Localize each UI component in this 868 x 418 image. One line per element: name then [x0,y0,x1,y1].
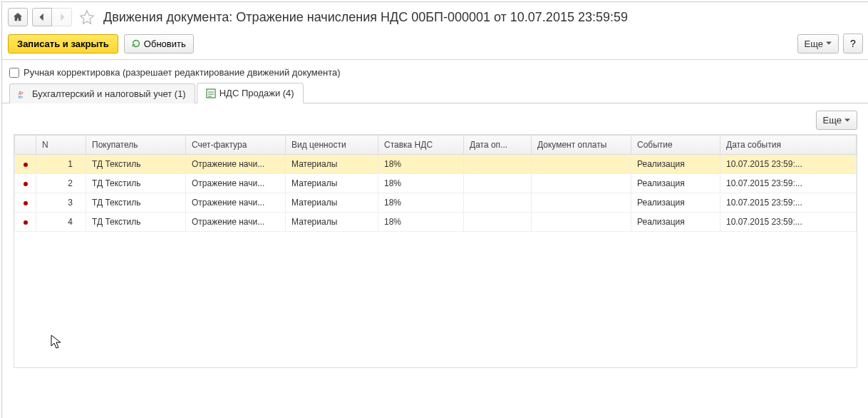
vat-sales-table[interactable]: N Покупатель Счет-фактура Вид ценности С… [14,135,857,232]
tab-vat-sales-label: НДС Продажи (4) [219,88,294,98]
table-row[interactable]: 1 ТД Текстиль Отражение начи... Материал… [15,155,857,174]
vat-icon [206,88,216,98]
tab-accounting-label: Бухгалтерский и налоговый учет (1) [32,88,186,99]
cell-n: 3 [36,193,86,213]
cell-value-type: Материалы [286,174,378,193]
refresh-icon [132,39,140,48]
row-marker-icon [24,163,28,167]
cell-invoice: Отражение начи... [186,213,286,232]
cell-invoice: Отражение начи... [186,155,286,174]
cell-value-type: Материалы [286,193,378,213]
cell-pay-doc [532,174,631,193]
cell-pay-date [464,213,532,232]
manual-edit-label: Ручная корректировка (разрешает редактир… [24,67,341,78]
table-row[interactable]: 4 ТД Текстиль Отражение начи... Материал… [15,213,857,232]
manual-edit-checkbox[interactable] [9,68,19,78]
cell-event: Реализация [631,193,720,213]
col-n[interactable]: N [36,136,86,155]
cell-buyer: ТД Текстиль [86,193,186,213]
more-label: Еще [823,115,842,126]
cell-vat-rate: 18% [378,174,464,193]
cell-event: Реализация [631,174,720,193]
cell-pay-doc [532,155,631,174]
cell-value-type: Материалы [286,155,378,174]
cell-pay-doc [532,193,631,213]
row-marker-icon [24,220,28,225]
table-row[interactable]: 2 ТД Текстиль Отражение начи... Материал… [15,174,857,193]
svg-text:Кт: Кт [19,95,23,99]
cell-pay-doc [532,213,631,232]
arrow-left-icon [37,12,47,22]
cell-invoice: Отражение начи... [186,174,286,193]
home-button[interactable] [8,8,28,26]
row-marker-icon [24,201,28,205]
tab-vat-sales[interactable]: НДС Продажи (4) [197,83,304,103]
cell-pay-date [464,174,532,193]
cell-event-date: 10.07.2015 23:59:... [720,174,857,193]
more-button-top[interactable]: Еще [797,34,839,53]
star-icon [79,9,95,25]
col-event[interactable]: Событие [631,136,720,155]
cell-n: 2 [36,174,86,193]
cell-vat-rate: 18% [378,213,464,232]
table-row[interactable]: 3 ТД Текстиль Отражение начи... Материал… [15,193,857,213]
cell-invoice: Отражение начи... [186,193,286,213]
col-pay-date[interactable]: Дата оп... [464,136,532,155]
cell-event-date: 10.07.2015 23:59:... [720,155,857,174]
col-invoice[interactable]: Счет-фактура [186,136,286,155]
favorite-toggle[interactable] [79,9,95,25]
more-label: Еще [805,39,823,49]
cell-value-type: Материалы [286,213,378,232]
cell-pay-date [464,193,532,213]
cell-event: Реализация [631,213,720,232]
cell-buyer: ТД Текстиль [86,213,186,232]
save-and-close-button[interactable]: Записать и закрыть [8,34,118,53]
more-button-table[interactable]: Еще [816,111,857,130]
row-marker-icon [24,182,28,186]
col-marker[interactable] [15,136,36,155]
col-vat-rate[interactable]: Ставка НДС [378,136,464,155]
cell-vat-rate: 18% [378,155,464,174]
cell-event: Реализация [631,155,720,174]
col-pay-doc[interactable]: Документ оплаты [532,136,631,155]
nav-forward-button [52,8,72,26]
nav-back-button[interactable] [32,8,52,26]
col-buyer[interactable]: Покупатель [86,136,186,155]
page-title: Движения документа: Отражение начисления… [103,10,628,25]
chevron-down-icon [826,41,832,46]
cell-n: 4 [36,213,86,232]
tab-accounting[interactable]: ДтКт Бухгалтерский и налоговый учет (1) [9,83,195,103]
cell-pay-date [464,155,532,174]
cell-buyer: ТД Текстиль [86,174,186,193]
arrow-right-icon [57,12,67,22]
cell-event-date: 10.07.2015 23:59:... [720,213,857,232]
accounting-icon: ДтКт [19,89,29,99]
cell-n: 1 [36,155,86,174]
col-event-date[interactable]: Дата события [720,136,857,155]
cell-vat-rate: 18% [378,193,464,213]
chevron-down-icon [844,118,850,123]
refresh-label: Обновить [144,39,186,49]
col-value-type[interactable]: Вид ценности [286,136,378,155]
home-icon [13,12,23,22]
cell-event-date: 10.07.2015 23:59:... [720,193,857,213]
cell-buyer: ТД Текстиль [86,155,186,174]
refresh-button[interactable]: Обновить [124,34,194,53]
help-button[interactable]: ? [843,34,863,53]
